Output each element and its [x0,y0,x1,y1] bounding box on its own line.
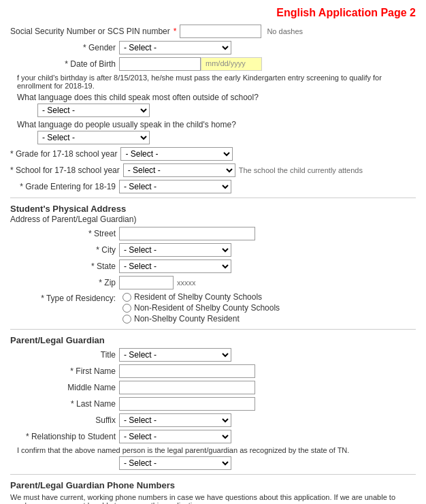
state-select[interactable]: - Select - [119,259,231,273]
school1718-hint: The school the child currently attends [239,166,363,174]
last-name-label: * Last Name [10,399,119,409]
lang1-label: What language does this child speak most… [17,93,416,102]
title-label: Title [10,350,119,360]
suffix-label: Suffix [10,415,119,425]
page-title: English Application Page 2 [10,7,416,19]
phone-info: We must have current, working phone numb… [10,493,416,504]
lang2-select[interactable]: - Select - [37,131,150,144]
school1718-label: * School for 17-18 school year [10,166,123,175]
kindergarten-info: f your child's birthday is after 8/15/20… [17,74,416,90]
residency-opt2-label: Non-Resident of Shelby County Schools [134,303,280,313]
dob-placeholder: mm/dd/yyyy [201,57,262,71]
middle-name-input[interactable] [119,381,255,394]
street-label: * Street [10,229,119,238]
grade1819-label: * Grade Entering for 18-19 [10,182,119,191]
ssn-label: Social Security Number or SCS PIN number [10,27,170,36]
grade1718-select[interactable]: - Select - [120,147,233,161]
lang1-select[interactable]: - Select - [37,104,150,117]
city-select[interactable]: - Select - [119,243,231,257]
residency-opt1-label: Resident of Shelby County Schools [134,292,262,302]
relationship-label: * Relationship to Student [10,432,119,441]
address-sub: Address of Parent/Legal Guardian) [10,215,136,224]
no-dashes-hint: No dashes [267,27,303,35]
title-select[interactable]: - Select - [119,348,231,362]
residency-radio-nonresident[interactable] [122,304,131,313]
residency-radio-group: Resident of Shelby County Schools Non-Re… [122,292,280,325]
gender-label: * Gender [10,43,119,52]
dob-input[interactable] [119,57,201,71]
grade1819-select[interactable]: - Select - [119,180,231,193]
residency-radio-resident[interactable] [122,293,131,302]
residency-radio-nonshelby[interactable] [122,315,131,324]
gender-select[interactable]: - Select - Male Female [119,41,231,54]
residency-label: * Type of Residency: [10,292,119,303]
confirm-text: I confirm that the above named person is… [17,446,416,454]
grade1718-label: * Grade for 17-18 school year [10,149,120,159]
zip-input[interactable] [119,276,174,289]
zip-hint: xxxxx [177,279,196,287]
first-name-label: * First Name [10,366,119,376]
school1718-select[interactable]: - Select - [123,163,235,177]
relationship-select[interactable]: - Select - [119,430,231,443]
street-input[interactable] [119,227,255,240]
city-label: * City [10,245,119,255]
address-header: Student's Physical Address Address of Pa… [10,204,416,224]
dob-label: * Date of Birth [10,59,119,69]
zip-label: * Zip [10,278,119,287]
last-name-input[interactable] [119,397,255,411]
phone-header: Parent/Legal Guardian Phone Numbers [10,480,416,490]
guardian-header: Parent/Legal Guardian [10,335,416,345]
residency-opt3-label: Non-Shelby County Resident [134,314,240,324]
ssn-required-star: * [174,27,177,36]
first-name-input[interactable] [119,364,255,378]
middle-name-label: Middle Name [10,383,119,392]
ssn-input[interactable] [180,25,261,38]
confirm-select[interactable]: - Select - [119,456,231,470]
suffix-select[interactable]: - Select - [119,413,231,427]
lang2-label: What language do people usually speak in… [17,120,416,129]
state-label: * State [10,262,119,271]
